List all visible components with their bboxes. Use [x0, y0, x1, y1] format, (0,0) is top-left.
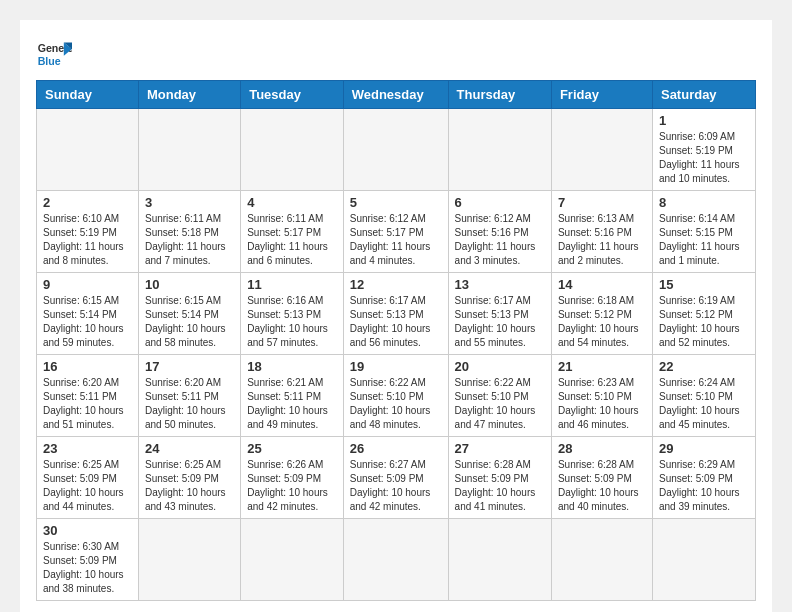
calendar-cell: 24Sunrise: 6:25 AM Sunset: 5:09 PM Dayli… [138, 437, 240, 519]
day-info: Sunrise: 6:17 AM Sunset: 5:13 PM Dayligh… [350, 294, 442, 350]
day-number: 15 [659, 277, 749, 292]
day-number: 18 [247, 359, 337, 374]
weekday-header-sunday: Sunday [37, 81, 139, 109]
day-number: 10 [145, 277, 234, 292]
day-info: Sunrise: 6:26 AM Sunset: 5:09 PM Dayligh… [247, 458, 337, 514]
day-number: 1 [659, 113, 749, 128]
day-number: 8 [659, 195, 749, 210]
header: General Blue [36, 36, 756, 72]
calendar-cell: 2Sunrise: 6:10 AM Sunset: 5:19 PM Daylig… [37, 191, 139, 273]
svg-text:Blue: Blue [38, 55, 61, 67]
calendar-cell: 14Sunrise: 6:18 AM Sunset: 5:12 PM Dayli… [551, 273, 652, 355]
calendar-cell: 12Sunrise: 6:17 AM Sunset: 5:13 PM Dayli… [343, 273, 448, 355]
calendar-week-1: 1Sunrise: 6:09 AM Sunset: 5:19 PM Daylig… [37, 109, 756, 191]
calendar-cell [37, 109, 139, 191]
day-number: 13 [455, 277, 545, 292]
calendar-cell [138, 109, 240, 191]
calendar-cell: 17Sunrise: 6:20 AM Sunset: 5:11 PM Dayli… [138, 355, 240, 437]
calendar-cell: 6Sunrise: 6:12 AM Sunset: 5:16 PM Daylig… [448, 191, 551, 273]
day-number: 25 [247, 441, 337, 456]
logo: General Blue [36, 36, 72, 72]
calendar-cell: 26Sunrise: 6:27 AM Sunset: 5:09 PM Dayli… [343, 437, 448, 519]
day-number: 3 [145, 195, 234, 210]
weekday-header-saturday: Saturday [652, 81, 755, 109]
calendar-cell: 21Sunrise: 6:23 AM Sunset: 5:10 PM Dayli… [551, 355, 652, 437]
day-number: 2 [43, 195, 132, 210]
calendar-cell: 11Sunrise: 6:16 AM Sunset: 5:13 PM Dayli… [241, 273, 344, 355]
day-info: Sunrise: 6:15 AM Sunset: 5:14 PM Dayligh… [43, 294, 132, 350]
calendar-cell [448, 519, 551, 601]
day-info: Sunrise: 6:17 AM Sunset: 5:13 PM Dayligh… [455, 294, 545, 350]
day-number: 20 [455, 359, 545, 374]
weekday-header-wednesday: Wednesday [343, 81, 448, 109]
day-info: Sunrise: 6:22 AM Sunset: 5:10 PM Dayligh… [350, 376, 442, 432]
calendar-cell [652, 519, 755, 601]
day-info: Sunrise: 6:11 AM Sunset: 5:18 PM Dayligh… [145, 212, 234, 268]
day-info: Sunrise: 6:28 AM Sunset: 5:09 PM Dayligh… [558, 458, 646, 514]
calendar-cell: 25Sunrise: 6:26 AM Sunset: 5:09 PM Dayli… [241, 437, 344, 519]
page: General Blue SundayMondayTuesdayWednesda… [20, 20, 772, 612]
day-info: Sunrise: 6:14 AM Sunset: 5:15 PM Dayligh… [659, 212, 749, 268]
calendar-week-4: 16Sunrise: 6:20 AM Sunset: 5:11 PM Dayli… [37, 355, 756, 437]
calendar-cell: 4Sunrise: 6:11 AM Sunset: 5:17 PM Daylig… [241, 191, 344, 273]
day-info: Sunrise: 6:16 AM Sunset: 5:13 PM Dayligh… [247, 294, 337, 350]
calendar-week-3: 9Sunrise: 6:15 AM Sunset: 5:14 PM Daylig… [37, 273, 756, 355]
calendar-cell: 13Sunrise: 6:17 AM Sunset: 5:13 PM Dayli… [448, 273, 551, 355]
weekday-header-monday: Monday [138, 81, 240, 109]
day-info: Sunrise: 6:12 AM Sunset: 5:17 PM Dayligh… [350, 212, 442, 268]
day-number: 17 [145, 359, 234, 374]
day-info: Sunrise: 6:11 AM Sunset: 5:17 PM Dayligh… [247, 212, 337, 268]
calendar-cell [343, 519, 448, 601]
day-number: 6 [455, 195, 545, 210]
day-info: Sunrise: 6:21 AM Sunset: 5:11 PM Dayligh… [247, 376, 337, 432]
day-info: Sunrise: 6:27 AM Sunset: 5:09 PM Dayligh… [350, 458, 442, 514]
weekday-header-row: SundayMondayTuesdayWednesdayThursdayFrid… [37, 81, 756, 109]
day-info: Sunrise: 6:30 AM Sunset: 5:09 PM Dayligh… [43, 540, 132, 596]
calendar-cell: 3Sunrise: 6:11 AM Sunset: 5:18 PM Daylig… [138, 191, 240, 273]
day-info: Sunrise: 6:13 AM Sunset: 5:16 PM Dayligh… [558, 212, 646, 268]
weekday-header-friday: Friday [551, 81, 652, 109]
day-info: Sunrise: 6:25 AM Sunset: 5:09 PM Dayligh… [43, 458, 132, 514]
day-number: 4 [247, 195, 337, 210]
weekday-header-tuesday: Tuesday [241, 81, 344, 109]
day-info: Sunrise: 6:09 AM Sunset: 5:19 PM Dayligh… [659, 130, 749, 186]
weekday-header-thursday: Thursday [448, 81, 551, 109]
day-number: 22 [659, 359, 749, 374]
day-info: Sunrise: 6:15 AM Sunset: 5:14 PM Dayligh… [145, 294, 234, 350]
day-info: Sunrise: 6:12 AM Sunset: 5:16 PM Dayligh… [455, 212, 545, 268]
calendar-cell [448, 109, 551, 191]
day-number: 23 [43, 441, 132, 456]
day-number: 24 [145, 441, 234, 456]
day-number: 19 [350, 359, 442, 374]
calendar-week-5: 23Sunrise: 6:25 AM Sunset: 5:09 PM Dayli… [37, 437, 756, 519]
calendar-cell: 18Sunrise: 6:21 AM Sunset: 5:11 PM Dayli… [241, 355, 344, 437]
day-info: Sunrise: 6:20 AM Sunset: 5:11 PM Dayligh… [145, 376, 234, 432]
calendar-week-2: 2Sunrise: 6:10 AM Sunset: 5:19 PM Daylig… [37, 191, 756, 273]
day-number: 30 [43, 523, 132, 538]
day-number: 12 [350, 277, 442, 292]
day-info: Sunrise: 6:25 AM Sunset: 5:09 PM Dayligh… [145, 458, 234, 514]
day-number: 9 [43, 277, 132, 292]
calendar-cell [241, 109, 344, 191]
calendar-week-6: 30Sunrise: 6:30 AM Sunset: 5:09 PM Dayli… [37, 519, 756, 601]
day-number: 11 [247, 277, 337, 292]
day-info: Sunrise: 6:20 AM Sunset: 5:11 PM Dayligh… [43, 376, 132, 432]
day-number: 16 [43, 359, 132, 374]
calendar-cell [138, 519, 240, 601]
calendar-cell [551, 109, 652, 191]
calendar-cell: 23Sunrise: 6:25 AM Sunset: 5:09 PM Dayli… [37, 437, 139, 519]
calendar-cell [343, 109, 448, 191]
day-info: Sunrise: 6:22 AM Sunset: 5:10 PM Dayligh… [455, 376, 545, 432]
calendar-cell: 7Sunrise: 6:13 AM Sunset: 5:16 PM Daylig… [551, 191, 652, 273]
day-info: Sunrise: 6:23 AM Sunset: 5:10 PM Dayligh… [558, 376, 646, 432]
day-number: 5 [350, 195, 442, 210]
calendar-cell: 30Sunrise: 6:30 AM Sunset: 5:09 PM Dayli… [37, 519, 139, 601]
calendar-cell: 29Sunrise: 6:29 AM Sunset: 5:09 PM Dayli… [652, 437, 755, 519]
calendar-cell: 16Sunrise: 6:20 AM Sunset: 5:11 PM Dayli… [37, 355, 139, 437]
day-info: Sunrise: 6:28 AM Sunset: 5:09 PM Dayligh… [455, 458, 545, 514]
day-number: 21 [558, 359, 646, 374]
day-info: Sunrise: 6:10 AM Sunset: 5:19 PM Dayligh… [43, 212, 132, 268]
calendar-cell [241, 519, 344, 601]
day-info: Sunrise: 6:29 AM Sunset: 5:09 PM Dayligh… [659, 458, 749, 514]
day-info: Sunrise: 6:19 AM Sunset: 5:12 PM Dayligh… [659, 294, 749, 350]
